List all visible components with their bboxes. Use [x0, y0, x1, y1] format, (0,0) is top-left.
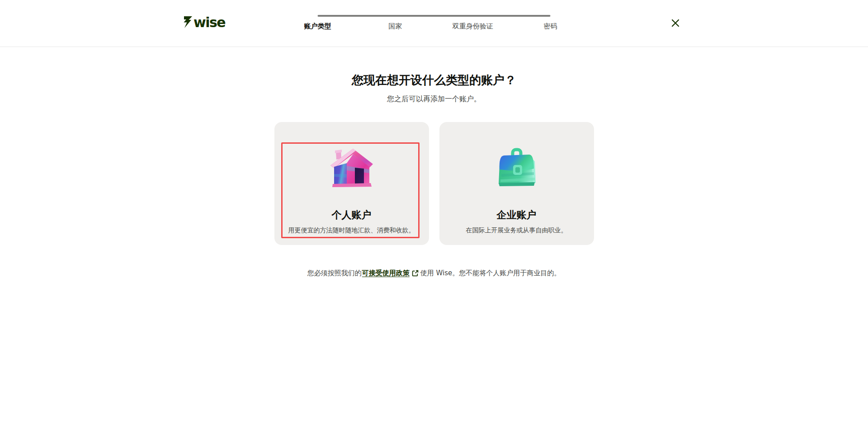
- wise-flag-icon: wise: [183, 15, 232, 29]
- step-country: 国家: [388, 22, 402, 31]
- policy-note-suffix: 使用 Wise。您不能将个人账户用于商业目的。: [420, 268, 561, 278]
- wise-logo[interactable]: wise: [183, 15, 232, 29]
- business-card-title: 企业账户: [497, 209, 537, 221]
- svg-text:wise: wise: [193, 15, 225, 29]
- close-button[interactable]: [665, 13, 685, 33]
- acceptable-use-policy-link[interactable]: 可接受使用政策: [362, 268, 410, 278]
- policy-note: 您必须按照我们的可接受使用政策 使用 Wise。您不能将个人账户用于商业目的。: [0, 268, 868, 278]
- policy-note-prefix: 您必须按照我们的: [307, 268, 362, 278]
- step-account-type: 账户类型: [304, 22, 331, 31]
- progress-steps: 账户类型 国家 双重身份验证 密码: [318, 17, 551, 28]
- step-password: 密码: [544, 22, 557, 31]
- personal-card-title: 个人账户: [332, 209, 372, 221]
- business-account-card[interactable]: 企业账户 在国际上开展业务或从事自由职业。: [439, 122, 594, 245]
- close-icon: [670, 18, 681, 28]
- page-title: 您现在想开设什么类型的账户？: [0, 71, 868, 89]
- step-2fa: 双重身份验证: [453, 22, 493, 31]
- external-link-icon: [412, 270, 419, 277]
- business-card-description: 在国际上开展业务或从事自由职业。: [460, 226, 574, 235]
- account-type-cards: 个人账户 用更便宜的方法随时随地汇款、消费和收款。: [0, 122, 868, 245]
- personal-account-card[interactable]: 个人账户 用更便宜的方法随时随地汇款、消费和收款。: [274, 122, 429, 245]
- main-content: 您现在想开设什么类型的账户？ 您之后可以再添加一个账户。: [0, 71, 868, 278]
- house-icon: [330, 148, 374, 188]
- page-subtitle: 您之后可以再添加一个账户。: [0, 94, 868, 104]
- header: wise 账户类型 国家 双重身份验证 密码: [0, 0, 868, 47]
- briefcase-icon: [494, 148, 539, 188]
- personal-card-description: 用更便宜的方法随时随地汇款、消费和收款。: [282, 226, 421, 235]
- signup-progress: 账户类型 国家 双重身份验证 密码: [318, 15, 551, 28]
